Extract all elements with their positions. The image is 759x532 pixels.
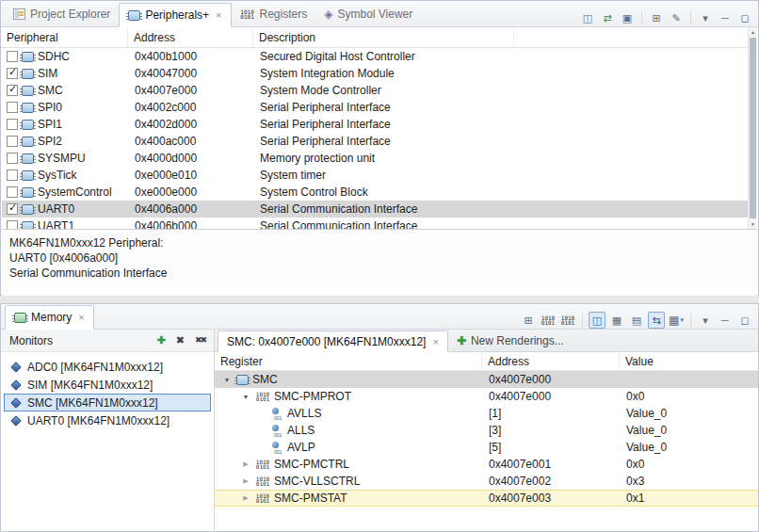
memory-renderings-pane: SMC: 0x4007e000 [MK64FN1M0xxx12] × ✚ New… bbox=[215, 330, 758, 531]
register-row[interactable]: SMC-PMPROT 0x4007e000 0x0 bbox=[215, 388, 758, 405]
close-tab-icon[interactable]: × bbox=[78, 313, 84, 322]
close-tab-icon[interactable]: × bbox=[432, 337, 438, 347]
open-new-view-icon[interactable]: ▣ bbox=[619, 9, 636, 26]
bitfield-row[interactable]: AVLP [5] Value_0 bbox=[215, 439, 758, 456]
peripheral-checkbox[interactable] bbox=[7, 102, 18, 113]
maximize-view-icon[interactable]: ◻ bbox=[736, 312, 753, 329]
register-value: 0x0 bbox=[620, 390, 758, 403]
peripheral-row[interactable]: SysTick 0xe000e010 System timer bbox=[2, 167, 748, 184]
tab-project-explorer[interactable]: Project Explorer bbox=[5, 2, 119, 26]
peripheral-row[interactable]: SPI0 0x4002c000 Serial Peripheral Interf… bbox=[2, 99, 748, 116]
edit-view-icon[interactable]: ✎ bbox=[668, 9, 685, 26]
tab-label: Project Explorer bbox=[30, 8, 110, 21]
memory-monitor-item[interactable]: SMC [MK64FN1M0xxx12] bbox=[4, 394, 211, 411]
link-with-editor-icon[interactable]: ⇄ bbox=[599, 9, 616, 26]
view-menu-icon[interactable]: ▾ bbox=[697, 9, 714, 26]
peripheral-checkbox[interactable] bbox=[7, 169, 18, 181]
peripheral-row[interactable]: SystemControl 0xe000e000 System Control … bbox=[2, 184, 748, 201]
memory-monitor-item[interactable]: SIM [MK64FN1M0xxx12] bbox=[4, 376, 211, 394]
memory-monitor-item[interactable]: UART0 [MK64FN1M0xxx12] bbox=[4, 411, 211, 429]
column-header-address[interactable]: Address bbox=[482, 352, 620, 370]
peripheral-checkbox[interactable] bbox=[7, 51, 18, 62]
peripheral-checkbox[interactable] bbox=[7, 153, 18, 164]
tab-registers[interactable]: Registers bbox=[232, 2, 316, 26]
symbol-viewer-icon: ◈ bbox=[324, 8, 332, 20]
peripheral-row[interactable]: SPI1 0x4002d000 Serial Peripheral Interf… bbox=[2, 116, 748, 133]
peripherals-view: Project Explorer Peripherals+ × Register… bbox=[0, 0, 759, 296]
remove-all-monitors-icon[interactable]: ✖✖ bbox=[195, 335, 205, 346]
register-row[interactable]: SMC-PMSTAT 0x4007e003 0x1 bbox=[215, 490, 758, 507]
register-row[interactable]: SMC-VLLSCTRL 0x4007e002 0x3 bbox=[215, 473, 758, 490]
register-icon bbox=[255, 459, 270, 469]
peripheral-checkbox[interactable] bbox=[7, 85, 18, 96]
peripheral-checkbox[interactable] bbox=[7, 203, 18, 215]
register-row[interactable]: SMC-PMCTRL 0x4007e001 0x0 bbox=[215, 456, 758, 473]
peripheral-description: Serial Peripheral Interface bbox=[253, 101, 748, 114]
peripheral-row[interactable]: SMC 0x4007e000 System Mode Controller bbox=[2, 82, 748, 99]
peripheral-icon bbox=[22, 187, 34, 198]
tab-symbol-viewer[interactable]: ◈ Symbol Viewer bbox=[315, 2, 421, 26]
peripheral-checkbox[interactable] bbox=[7, 186, 18, 198]
peripheral-checkbox[interactable] bbox=[7, 136, 18, 147]
column-header-register[interactable]: Register bbox=[215, 352, 482, 370]
memory-monitors-pane: Monitors ✚ ✖ ✖✖ ADC0 [MK64FN1M0xxx12] SI… bbox=[1, 330, 215, 531]
monitor-label: SIM [MK64FN1M0xxx12] bbox=[27, 379, 153, 392]
peripheral-checkbox[interactable] bbox=[7, 220, 18, 229]
peripheral-description: Serial Peripheral Interface bbox=[253, 118, 748, 131]
new-rendering-icon[interactable] bbox=[540, 312, 557, 329]
column-header-description[interactable]: Description bbox=[253, 27, 514, 47]
scrollbar-thumb[interactable] bbox=[750, 38, 756, 218]
memory-monitor-item[interactable]: ADC0 [MK64FN1M0xxx12] bbox=[4, 358, 211, 376]
toggle-split-pane-icon[interactable]: ◫ bbox=[589, 312, 606, 329]
column-header-address[interactable]: Address bbox=[128, 27, 253, 47]
expander-icon[interactable] bbox=[240, 460, 251, 468]
peripheral-row[interactable]: SIM 0x40047000 System Integration Module bbox=[2, 65, 748, 82]
peripheral-row[interactable]: UART1 0x4006b000 Serial Communication In… bbox=[2, 218, 748, 229]
expander-icon[interactable] bbox=[240, 477, 251, 485]
tab-peripherals[interactable]: Peripherals+ × bbox=[119, 3, 231, 27]
monitor-icon bbox=[10, 397, 21, 408]
expander-icon[interactable] bbox=[240, 394, 251, 400]
pin-view-icon[interactable]: ◫ bbox=[579, 9, 596, 26]
rendering-tab-smc[interactable]: SMC: 0x4007e000 [MK64FN1M0xxx12] × bbox=[218, 330, 448, 352]
column-header-peripheral[interactable]: Peripheral bbox=[1, 27, 128, 47]
bitfield-row[interactable]: ALLS [3] Value_0 bbox=[215, 422, 758, 439]
expander-icon[interactable] bbox=[221, 377, 233, 383]
maximize-view-icon[interactable]: ◻ bbox=[736, 9, 753, 26]
peripheral-row[interactable]: SDHC 0x400b1000 Secured Digital Host Con… bbox=[2, 48, 748, 65]
register-row[interactable]: SMC 0x4007e000 bbox=[215, 371, 758, 388]
grid-rendering-icon[interactable]: ▤ bbox=[628, 312, 645, 329]
peripheral-description: Serial Communication Interface bbox=[253, 202, 748, 216]
scroll-up-icon[interactable]: ▲ bbox=[749, 27, 757, 37]
sash[interactable] bbox=[0, 296, 759, 303]
rendering-tab-new[interactable]: ✚ New Renderings... bbox=[448, 330, 573, 351]
table-rendering-icon[interactable]: ▦ bbox=[608, 312, 625, 329]
layout-selector-icon[interactable]: ▦▾ bbox=[668, 312, 685, 329]
link-memory-panes-icon[interactable]: ⇆ bbox=[648, 312, 665, 329]
bitfield-row[interactable]: AVLLS [1] Value_0 bbox=[215, 405, 758, 422]
peripheral-checkbox[interactable] bbox=[7, 119, 18, 130]
minimize-view-icon[interactable]: ─ bbox=[717, 9, 734, 26]
new-view-icon[interactable]: ⊞ bbox=[648, 9, 665, 26]
vertical-scrollbar[interactable]: ▲ ▼ bbox=[748, 27, 757, 229]
peripheral-address: 0x4006b000 bbox=[128, 219, 253, 229]
peripheral-row[interactable]: UART0 0x4006a000 Serial Communication In… bbox=[2, 201, 748, 218]
scroll-down-icon[interactable]: ▼ bbox=[749, 219, 757, 229]
minimize-view-icon[interactable]: ─ bbox=[717, 312, 734, 329]
peripheral-name: SYSMPU bbox=[38, 152, 86, 165]
peripheral-checkbox[interactable] bbox=[7, 68, 18, 79]
close-tab-icon[interactable]: × bbox=[216, 10, 221, 20]
registers-table: Register Address Value SMC 0x4007e000 bbox=[215, 352, 758, 531]
new-memory-view-icon[interactable]: ⊞ bbox=[520, 312, 537, 329]
expander-icon[interactable] bbox=[240, 494, 251, 502]
peripheral-description: Serial Communication Interface bbox=[253, 219, 748, 229]
layout-icon: ▦ bbox=[669, 314, 679, 326]
remove-monitor-icon[interactable]: ✖ bbox=[176, 335, 185, 346]
tab-memory[interactable]: Memory × bbox=[5, 305, 94, 330]
peripheral-row[interactable]: SPI2 0x400ac000 Serial Peripheral Interf… bbox=[2, 133, 748, 150]
peripheral-row[interactable]: SYSMPU 0x4000d000 Memory protection unit bbox=[2, 150, 748, 167]
add-rendering-icon[interactable] bbox=[559, 312, 576, 329]
add-monitor-icon[interactable]: ✚ bbox=[156, 335, 165, 346]
view-menu-icon[interactable]: ▾ bbox=[697, 312, 714, 329]
column-header-value[interactable]: Value bbox=[620, 352, 758, 370]
